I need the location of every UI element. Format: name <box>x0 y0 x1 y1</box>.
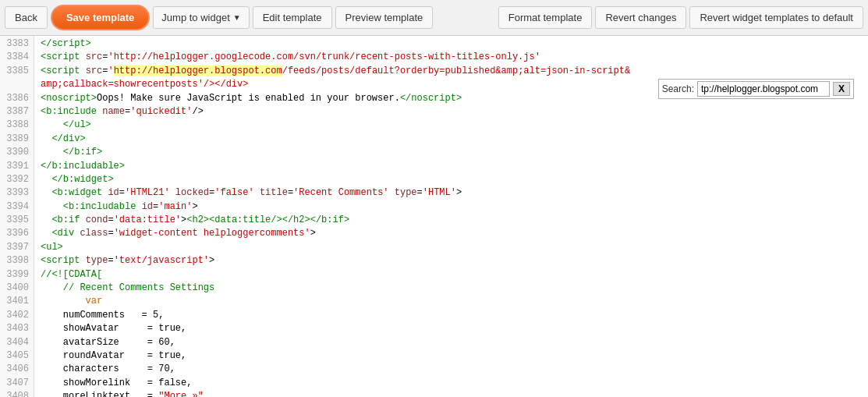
search-bar: Search: X <box>658 79 854 99</box>
search-close-button[interactable]: X <box>833 82 850 96</box>
save-template-button[interactable]: Save template <box>51 5 150 30</box>
line-numbers: 3383338433853386338733883389339033913392… <box>0 36 34 397</box>
preview-template-button[interactable]: Preview template <box>335 6 434 29</box>
search-label: Search: <box>662 83 694 94</box>
revert-changes-button[interactable]: Revert changes <box>595 6 686 29</box>
dropdown-arrow-icon: ▼ <box>233 13 241 22</box>
search-input[interactable] <box>697 81 830 97</box>
back-button[interactable]: Back <box>5 6 48 29</box>
revert-default-button[interactable]: Revert widget templates to default <box>689 6 863 29</box>
toolbar: Back Save template Jump to widget ▼ Edit… <box>0 0 868 36</box>
format-template-button[interactable]: Format template <box>498 6 593 29</box>
jump-to-widget-button[interactable]: Jump to widget ▼ <box>153 6 249 29</box>
edit-template-button[interactable]: Edit template <box>253 6 332 29</box>
